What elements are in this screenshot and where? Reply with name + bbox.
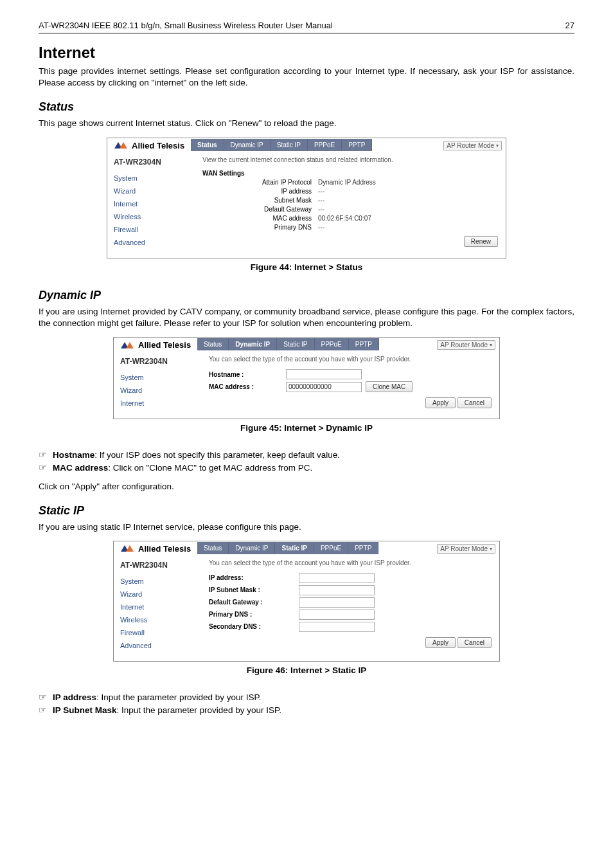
logo: Allied Telesis	[120, 544, 191, 554]
gw-label: Default Gateway	[202, 206, 318, 213]
static-ip-input[interactable]	[299, 573, 375, 583]
nav-firewall[interactable]: Firewall	[114, 226, 191, 233]
status-hint: View the current internet connection sta…	[202, 156, 498, 163]
proto-value: Dynamic IP Address	[318, 179, 376, 186]
dyn-hint: You can select the type of the account y…	[209, 356, 492, 363]
ip-label: IP address	[202, 188, 318, 195]
logo: Allied Telesis	[120, 340, 191, 350]
static-gw-label: Default Gateway :	[209, 599, 299, 606]
tab-pppoe[interactable]: PPPoE	[315, 338, 349, 350]
tab-pptp[interactable]: PPTP	[349, 338, 379, 350]
header-left: AT-WR2304N IEEE 802.11 b/g/n, Small Busi…	[39, 21, 333, 30]
nav-advanced[interactable]: Advanced	[114, 239, 191, 246]
nav-advanced[interactable]: Advanced	[120, 642, 197, 649]
nav-system[interactable]: System	[120, 577, 197, 585]
hostname-input[interactable]	[286, 369, 362, 379]
subsection-status-title: Status	[39, 100, 574, 114]
ipaddr-rest: : Input the parameter provided by your I…	[96, 692, 261, 702]
subsection-dynamic-title: Dynamic IP	[39, 289, 574, 302]
hostname-strong: Hostname	[53, 450, 94, 460]
nav-wizard[interactable]: Wizard	[114, 187, 191, 195]
renew-button[interactable]: Renew	[464, 236, 498, 247]
pointing-hand-icon: ☞	[39, 692, 53, 703]
tab-dynamic-ip[interactable]: Dynamic IP	[229, 542, 275, 554]
header-page-number: 27	[565, 21, 574, 30]
svg-marker-5	[126, 545, 134, 552]
svg-marker-1	[120, 142, 127, 149]
nav-firewall[interactable]: Firewall	[120, 629, 197, 637]
subsection-status-intro: This page shows current Internet status.…	[39, 118, 574, 129]
hostname-label: Hostname :	[209, 371, 286, 378]
dynamic-bullets: ☞Hostname: If your ISP does not specify …	[39, 449, 574, 474]
mode-select[interactable]: AP Router Mode	[443, 141, 502, 150]
nav-wireless[interactable]: Wireless	[114, 213, 191, 221]
macaddr-rest: : Click on "Clone MAC" to get MAC addres…	[108, 463, 312, 473]
proto-label: Attain IP Protocol	[202, 179, 318, 186]
model-label: AT-WR2304N	[114, 158, 191, 167]
subsection-dynamic-intro: If you are using Internet provided by CA…	[39, 306, 574, 329]
pointing-hand-icon: ☞	[39, 462, 53, 474]
static-hint: You can select the type of the account y…	[209, 559, 492, 566]
tab-pptp[interactable]: PPTP	[348, 542, 378, 554]
cancel-button[interactable]: Cancel	[458, 397, 492, 408]
nav-internet[interactable]: Internet	[120, 399, 197, 407]
tab-pppoe[interactable]: PPPoE	[308, 139, 342, 151]
dns-label: Primary DNS	[202, 224, 318, 231]
ipaddr-strong: IP address	[53, 692, 96, 702]
status-screenshot: Allied Telesis AP Router Mode Status Dyn…	[107, 138, 506, 258]
dynamic-tail: Click on "Apply" after configuration.	[39, 481, 574, 493]
tab-static-ip[interactable]: Static IP	[277, 338, 314, 350]
nav-system[interactable]: System	[120, 374, 197, 381]
ipmask-strong: IP Subnet Mask	[53, 705, 117, 715]
macaddr-label: MAC address :	[209, 383, 286, 390]
nav-internet[interactable]: Internet	[114, 200, 191, 208]
tab-status[interactable]: Status	[197, 338, 229, 350]
clone-mac-button[interactable]: Clone MAC	[366, 381, 413, 392]
apply-button[interactable]: Apply	[425, 397, 456, 408]
static-pdns-input[interactable]	[299, 610, 375, 620]
static-gw-input[interactable]	[299, 597, 375, 608]
nav-internet[interactable]: Internet	[120, 603, 197, 611]
static-ip-label: IP address:	[209, 574, 299, 581]
subsection-static-title: Static IP	[39, 504, 574, 518]
tab-pptp[interactable]: PPTP	[342, 139, 372, 151]
wan-settings-label: WAN Settings	[202, 170, 318, 177]
mode-select[interactable]: AP Router Mode	[437, 340, 495, 350]
macaddr-strong: MAC address	[53, 463, 108, 473]
cancel-button[interactable]: Cancel	[458, 637, 492, 648]
hostname-rest: : If your ISP does not specify this para…	[94, 450, 340, 460]
dynamic-screenshot: Allied Telesis AP Router Mode Status Dyn…	[113, 337, 500, 419]
section-internet-title: Internet	[39, 44, 574, 62]
tab-dynamic-ip[interactable]: Dynamic IP	[229, 338, 277, 350]
tab-static-ip[interactable]: Static IP	[275, 542, 314, 554]
macaddr-input[interactable]: 000000000000	[286, 382, 362, 392]
tab-status[interactable]: Status	[191, 139, 224, 151]
model-label: AT-WR2304N	[120, 561, 197, 570]
fig45-caption: Figure 45: Internet > Dynamic IP	[39, 423, 574, 433]
ip-value: ---	[318, 188, 324, 195]
subsection-static-intro: If you are using static IP Internet serv…	[39, 521, 574, 533]
tab-static-ip[interactable]: Static IP	[271, 139, 308, 151]
model-label: AT-WR2304N	[120, 357, 197, 366]
gw-value: ---	[318, 206, 324, 213]
mode-select[interactable]: AP Router Mode	[437, 544, 495, 554]
tab-dynamic-ip[interactable]: Dynamic IP	[224, 139, 271, 151]
apply-button[interactable]: Apply	[425, 637, 456, 648]
nav-wizard[interactable]: Wizard	[120, 590, 197, 598]
tab-status[interactable]: Status	[197, 542, 229, 554]
static-mask-input[interactable]	[299, 585, 375, 595]
fig44-caption: Figure 44: Internet > Status	[39, 262, 574, 272]
tab-pppoe[interactable]: PPPoE	[314, 542, 348, 554]
nav-wizard[interactable]: Wizard	[120, 386, 197, 394]
fig46-caption: Figure 46: Internet > Static IP	[39, 665, 574, 675]
section-internet-intro: This page provides internet settings. Pl…	[39, 66, 574, 89]
svg-marker-3	[126, 342, 134, 348]
mask-value: ---	[318, 197, 324, 204]
nav-system[interactable]: System	[114, 174, 191, 182]
page-header: AT-WR2304N IEEE 802.11 b/g/n, Small Busi…	[39, 21, 574, 33]
static-sdns-input[interactable]	[299, 622, 375, 632]
nav-wireless[interactable]: Wireless	[120, 616, 197, 624]
pointing-hand-icon: ☞	[39, 705, 53, 716]
mac-value: 00:02:6F:54:C0:07	[318, 215, 371, 222]
static-pdns-label: Primary DNS :	[209, 611, 299, 618]
